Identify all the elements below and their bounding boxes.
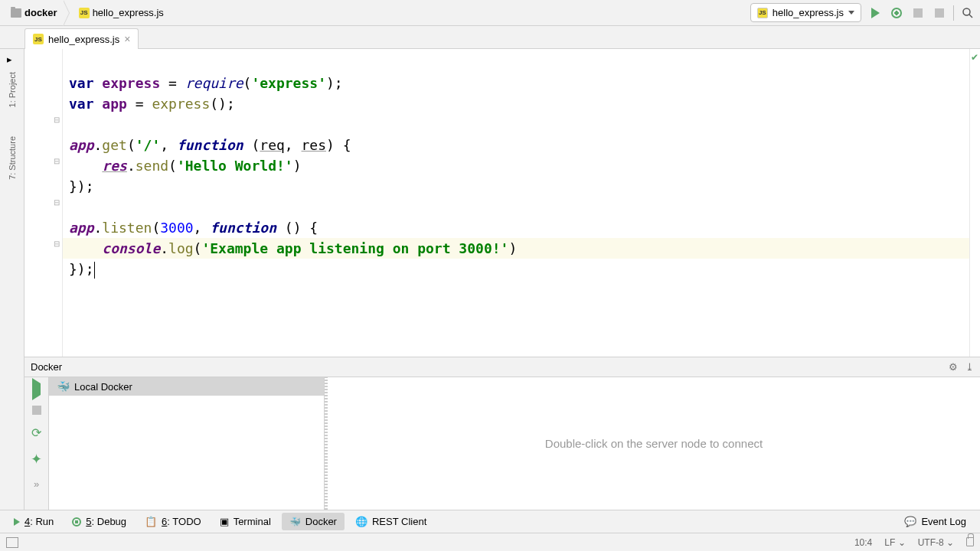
todo-icon: 📋 <box>145 516 157 527</box>
search-icon <box>962 7 974 19</box>
file-encoding[interactable]: UTF-8 ⌄ <box>918 537 954 548</box>
bug-icon <box>72 517 81 527</box>
overview-ruler[interactable]: ✔ <box>969 49 980 357</box>
tab-docker[interactable]: 🐳Docker <box>282 513 345 530</box>
docker-whale-icon: 🐳 <box>289 517 301 527</box>
folder-icon <box>11 8 21 18</box>
lock-icon[interactable] <box>966 537 974 546</box>
close-tab-button[interactable]: × <box>124 33 130 45</box>
breadcrumb-file-label: hello_express.js <box>93 7 164 18</box>
docker-server-label: Local Docker <box>74 381 132 393</box>
caret-position[interactable]: 10:4 <box>854 537 872 548</box>
tab-run[interactable]: 4: Run <box>6 513 61 530</box>
code-editor[interactable]: ⊟ ⊟ ⊟ ⊟ var express = require('express')… <box>24 49 980 357</box>
debug-button[interactable] <box>889 5 904 21</box>
docker-panel-header: Docker ⚙ ⤓ <box>24 357 980 377</box>
inspection-ok-icon: ✔ <box>971 52 978 63</box>
docker-connect-button[interactable] <box>32 383 41 395</box>
docker-add-button[interactable]: ✦ <box>31 451 42 468</box>
top-bar: docker JS hello_express.js JS hello_expr… <box>0 0 980 26</box>
stop-button[interactable] <box>910 5 926 21</box>
breadcrumb-folder[interactable]: docker <box>5 5 64 21</box>
left-tool-strip: ▸ 1: Project 7: Structure <box>0 49 24 510</box>
docker-hint: Double-click on the server node to conne… <box>545 437 763 450</box>
rest-icon: 🌐 <box>355 516 368 527</box>
file-tabs: JS hello_express.js × <box>0 26 980 49</box>
play-icon <box>32 378 41 400</box>
breadcrumb-file[interactable]: JS hello_express.js <box>73 5 170 21</box>
status-bar: 10:4 LF ⌄ UTF-8 ⌄ <box>0 533 980 551</box>
line-gutter: ⊟ ⊟ ⊟ ⊟ <box>24 49 63 357</box>
toolbar: JS hello_express.js <box>750 3 975 22</box>
tab-terminal[interactable]: ▣Terminal <box>212 513 279 530</box>
svg-line-1 <box>969 15 972 18</box>
play-icon <box>14 518 20 526</box>
run-button[interactable] <box>867 5 883 21</box>
docker-detail-pane: Double-click on the server node to conne… <box>328 377 980 510</box>
code-area[interactable]: var express = require('express'); var ap… <box>63 49 969 357</box>
js-file-icon: JS <box>79 8 90 18</box>
text-cursor <box>94 262 95 279</box>
structure-tool-button[interactable]: 7: Structure <box>8 130 17 186</box>
docker-stop-button[interactable] <box>32 406 41 415</box>
search-button[interactable] <box>960 5 975 21</box>
panel-hide-button[interactable]: ⤓ <box>965 361 974 373</box>
docker-panel-body: ⟳ ✦ » 🐳 Local Docker Double-click on the… <box>24 377 980 510</box>
tab-debug[interactable]: 5: Debug <box>64 513 134 530</box>
separator <box>953 5 954 21</box>
file-tab-label: hello_express.js <box>48 34 119 45</box>
file-tab[interactable]: JS hello_express.js × <box>24 28 139 49</box>
js-file-icon: JS <box>33 34 44 44</box>
svg-point-0 <box>963 8 970 15</box>
bottom-tool-tabs: 4: Run 5: Debug 📋6: TODO ▣Terminal 🐳Dock… <box>0 510 980 533</box>
docker-toolbar: ⟳ ✦ » <box>24 377 49 510</box>
docker-panel: Docker ⚙ ⤓ ⟳ ✦ » 🐳 Local Docker <box>24 357 980 510</box>
stop-icon <box>913 8 923 18</box>
breadcrumb-folder-label: docker <box>24 7 57 18</box>
tab-rest-client[interactable]: 🌐REST Client <box>348 513 434 530</box>
terminal-icon: ▣ <box>220 516 229 527</box>
line-separator[interactable]: LF ⌄ <box>884 537 905 548</box>
stop-icon <box>935 8 944 18</box>
main: ▸ 1: Project 7: Structure ⊟ ⊟ ⊟ ⊟ var ex… <box>0 49 980 510</box>
breadcrumb: docker JS hello_express.js <box>5 5 750 21</box>
docker-tree[interactable]: 🐳 Local Docker <box>49 377 325 510</box>
editor-region: ⊟ ⊟ ⊟ ⊟ var express = require('express')… <box>24 49 980 510</box>
project-tool-button[interactable]: 1: Project <box>8 66 17 113</box>
docker-more-button[interactable]: » <box>34 478 39 490</box>
bug-icon <box>891 8 902 18</box>
tab-todo[interactable]: 📋6: TODO <box>137 513 209 530</box>
run-config-label: hello_express.js <box>773 7 844 18</box>
play-icon <box>871 8 880 18</box>
js-file-icon: JS <box>757 8 768 18</box>
docker-panel-title: Docker <box>31 361 62 373</box>
docker-server-node[interactable]: 🐳 Local Docker <box>49 377 324 396</box>
docker-whale-icon: 🐳 <box>57 380 70 393</box>
stop-button-2[interactable] <box>932 5 947 21</box>
status-message-icon[interactable] <box>6 537 18 548</box>
panel-settings-button[interactable]: ⚙ <box>949 361 958 373</box>
project-tool-icon[interactable]: ▸ <box>7 54 18 64</box>
docker-deploy-button[interactable]: ⟳ <box>31 425 41 440</box>
status-right: 10:4 LF ⌄ UTF-8 ⌄ <box>854 537 974 548</box>
chevron-down-icon <box>848 11 854 15</box>
balloon-icon: 💬 <box>904 516 916 527</box>
run-config-selector[interactable]: JS hello_express.js <box>750 3 861 22</box>
event-log-button[interactable]: 💬Event Log <box>897 513 974 530</box>
